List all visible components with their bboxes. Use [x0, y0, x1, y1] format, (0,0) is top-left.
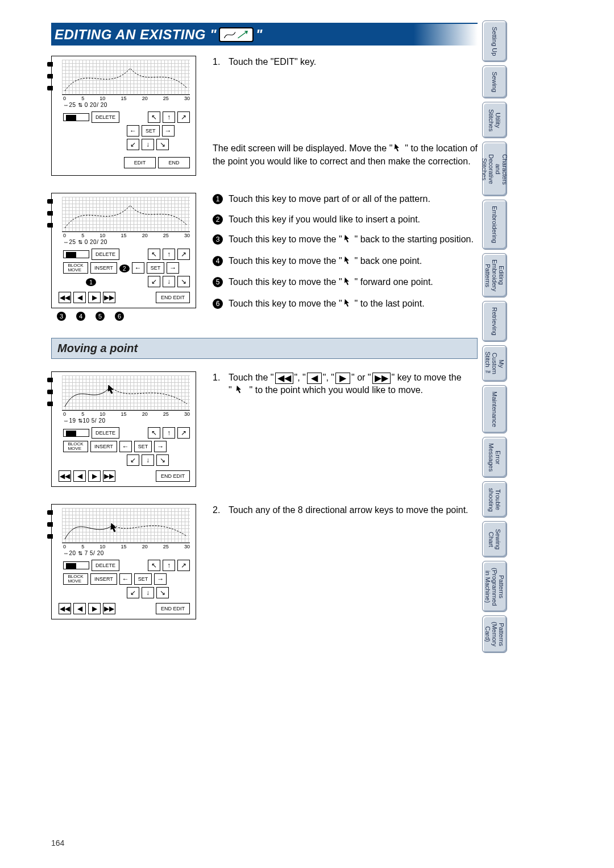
tab-sewing[interactable]: Sewing [482, 65, 507, 98]
nav-next-button[interactable]: ▶ [88, 470, 101, 482]
arrow-sw-button[interactable]: ↙ [127, 139, 139, 150]
coords-readout: ↔25 ⇅ 0 20/ 20 [63, 239, 192, 245]
block-move-button[interactable]: BLOCK MOVE [63, 262, 88, 274]
arrow-s-button[interactable]: ↓ [142, 454, 154, 466]
nav-prev-button[interactable]: ◀ [73, 470, 86, 482]
end-edit-button[interactable]: END EDIT [156, 603, 190, 614]
arrow-n-button[interactable]: ↑ [163, 427, 175, 439]
arrow-s-button[interactable]: ↓ [142, 587, 154, 598]
arrow-e-button[interactable]: → [154, 573, 167, 585]
zoom-slider[interactable] [63, 561, 89, 569]
tab-editing-embroidery[interactable]: Editing Embroidery Patterns [482, 253, 507, 297]
arrow-se-button[interactable]: ↘ [156, 454, 169, 466]
arrow-ne-button[interactable]: ↗ [177, 249, 190, 260]
tab-characters-decorative[interactable]: Characters and Decorative Stitches [482, 142, 507, 196]
arrow-w-button[interactable]: ← [119, 573, 132, 585]
arrow-n-button[interactable]: ↑ [163, 111, 175, 123]
tick: 15 [121, 233, 126, 238]
nav-first-button[interactable]: ◀◀ [59, 603, 71, 614]
tab-troubleshooting[interactable]: Trouble shooting [482, 481, 507, 518]
nav-next-button[interactable]: ▶ [88, 603, 101, 614]
tab-maintenance[interactable]: Maintenance [482, 385, 507, 433]
insert-button[interactable]: INSERT [90, 262, 117, 274]
arrow-s-button[interactable]: ↓ [142, 139, 154, 150]
nav-last-button[interactable]: ▶▶ [103, 603, 115, 614]
end-edit-button[interactable]: END EDIT [156, 292, 190, 303]
nav-next-button[interactable]: ▶ [88, 292, 101, 303]
tab-my-custom-stitch[interactable]: My Custom Stitch ™ [482, 345, 507, 382]
tick: 0 [63, 233, 66, 238]
end-button[interactable]: END [158, 157, 190, 168]
tick: 10 [99, 233, 105, 238]
block-move-button[interactable]: BLOCK MOVE [63, 573, 88, 585]
arrow-sw-button[interactable]: ↙ [127, 454, 139, 466]
arrow-s-button[interactable]: ↓ [163, 276, 175, 287]
arrow-sw-button[interactable]: ↙ [148, 276, 160, 287]
nav-first-button[interactable]: ◀◀ [59, 470, 71, 482]
bullet-2-text: Touch this key if you would like to inse… [229, 213, 420, 226]
callout-1: 1 [86, 278, 96, 286]
nav-last-button[interactable]: ▶▶ [103, 470, 115, 482]
bullet-4: 4 [213, 256, 223, 266]
arrow-se-button[interactable]: ↘ [156, 139, 169, 150]
end-edit-button[interactable]: END EDIT [156, 470, 190, 482]
tab-sewing-chart[interactable]: Sewing Chart [482, 521, 507, 557]
delete-button[interactable]: DELETE [92, 427, 119, 439]
arrow-se-button[interactable]: ↘ [177, 276, 190, 287]
block-move-button[interactable]: BLOCK MOVE [63, 441, 88, 452]
nav-first-button[interactable]: ◀◀ [59, 292, 71, 303]
insert-button[interactable]: INSERT [90, 441, 117, 452]
bullet-3-text: Touch this key to move the "" back to th… [229, 233, 474, 247]
arrow-ne-button[interactable]: ↗ [177, 111, 190, 123]
page-number: 164 [51, 838, 64, 848]
zoom-slider[interactable] [63, 429, 89, 437]
arrow-sw-button[interactable]: ↙ [127, 587, 139, 598]
tick: 0 [63, 96, 66, 101]
ruler: 0 5 10 15 20 25 30 [63, 96, 190, 101]
nav-prev-button[interactable]: ◀ [73, 603, 86, 614]
tab-embroidering[interactable]: Embroidering [482, 200, 507, 249]
arrow-n-button[interactable]: ↑ [163, 560, 175, 571]
nav-last-button[interactable]: ▶▶ [103, 292, 115, 303]
tab-patterns-memory[interactable]: Patterns (Memory Card) [482, 615, 507, 652]
title-prefix: EDITING AN EXISTING " [55, 27, 217, 43]
edit-button[interactable]: EDIT [124, 157, 156, 168]
callout-4: 4 [76, 312, 85, 321]
edit-screen-description: The edit screen will be displayed. Move … [213, 142, 478, 168]
nav-prev-button[interactable]: ◀ [73, 292, 86, 303]
zoom-slider[interactable] [63, 113, 89, 121]
tick: 10 [99, 544, 105, 549]
arrow-w-button[interactable]: ← [119, 441, 132, 452]
tick: 15 [121, 96, 126, 101]
arrow-w-button[interactable]: ← [127, 125, 139, 137]
zoom-slider[interactable] [63, 250, 89, 258]
arrow-e-button[interactable]: → [162, 125, 175, 137]
set-button[interactable]: SET [142, 125, 160, 137]
arrow-nw-button[interactable]: ↖ [148, 427, 160, 439]
arrow-e-button[interactable]: → [167, 262, 179, 274]
arrow-ne-button[interactable]: ↗ [177, 560, 190, 571]
arrow-e-button[interactable]: → [154, 441, 167, 452]
arrow-n-button[interactable]: ↑ [163, 249, 175, 260]
tab-error-messages[interactable]: Error Messages [482, 437, 507, 478]
arrow-nw-button[interactable]: ↖ [148, 111, 160, 123]
tab-utility-stitches[interactable]: Utility Stitches [482, 102, 507, 138]
delete-button[interactable]: DELETE [92, 560, 119, 571]
set-button[interactable]: SET [134, 573, 152, 585]
delete-button[interactable]: DELETE [92, 111, 119, 123]
set-button[interactable]: SET [134, 441, 152, 452]
arrow-nw-button[interactable]: ↖ [148, 249, 160, 260]
arrow-nw-button[interactable]: ↖ [148, 560, 160, 571]
step-1-text: Touch the "◀◀", "◀", "▶" or "▶▶" key to … [229, 371, 462, 397]
t: Touch the " [229, 373, 274, 382]
step-2-text: Touch any of the 8 directional arrow key… [229, 504, 468, 516]
tab-retrieving[interactable]: Retrieving [482, 301, 507, 342]
delete-button[interactable]: DELETE [92, 249, 119, 260]
arrow-se-button[interactable]: ↘ [156, 587, 169, 598]
tab-patterns-machine[interactable]: Patterns (Programmed in Machine) [482, 561, 507, 612]
set-button[interactable]: SET [147, 262, 165, 274]
tab-setting-up[interactable]: Setting Up [482, 20, 507, 62]
insert-button[interactable]: INSERT [90, 573, 117, 585]
arrow-ne-button[interactable]: ↗ [177, 427, 190, 439]
arrow-w-button[interactable]: ← [132, 262, 144, 274]
